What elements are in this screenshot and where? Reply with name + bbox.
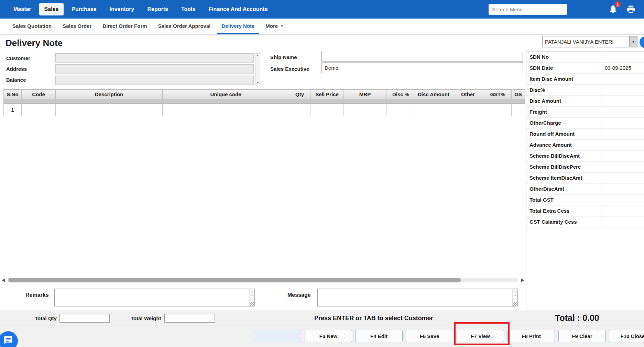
- summary-label: Total GST: [526, 194, 602, 205]
- menu-master[interactable]: Master: [8, 3, 36, 15]
- summary-label: Freight: [526, 107, 602, 117]
- app-window: Master Sales Purchase Inventory Reports …: [0, 0, 644, 347]
- search-input[interactable]: [489, 4, 567, 15]
- summary-value: [602, 216, 644, 227]
- tab-direct-order-form[interactable]: Direct Order Form: [98, 19, 152, 34]
- f6-save-button[interactable]: F6 Save: [406, 330, 453, 342]
- menu-finance-and-accounts[interactable]: Finance And Accounts: [203, 3, 273, 15]
- f3-new-button[interactable]: F3 New: [305, 330, 352, 342]
- bell-icon: [608, 9, 618, 15]
- customer-field[interactable]: [55, 53, 254, 63]
- summary-row: Disc Amount: [526, 96, 644, 107]
- summary-row: SDN No: [526, 52, 644, 63]
- tab-sales-order-approval[interactable]: Sales Order Approval: [153, 19, 216, 34]
- customer-fields-scrollbar[interactable]: ▲ ▼: [255, 53, 260, 85]
- f8-print-button[interactable]: F8 Print: [507, 330, 555, 342]
- horizontal-scrollbar[interactable]: [1, 277, 525, 283]
- cell-code[interactable]: [22, 104, 56, 116]
- total-qty-input[interactable]: [59, 314, 110, 323]
- scroll-down-icon[interactable]: ▼: [514, 293, 516, 297]
- scroll-up-icon[interactable]: ▲: [514, 290, 516, 293]
- address-field[interactable]: [55, 64, 254, 74]
- menu-sales[interactable]: Sales: [39, 3, 64, 15]
- cell-gst-pct[interactable]: [484, 104, 512, 116]
- remarks-scroll-rail: ▲ ▼: [249, 289, 254, 306]
- f4-edit-button[interactable]: F4 Edit: [355, 330, 403, 342]
- company-selector-value: PATANJALI VANIJYA ENTERI: [543, 36, 629, 47]
- cell-description[interactable]: [56, 104, 163, 116]
- menu-tools[interactable]: Tools: [176, 3, 200, 15]
- cell-disc-amount[interactable]: [415, 104, 452, 116]
- message-textarea[interactable]: [318, 289, 512, 306]
- company-selector[interactable]: PATANJALI VANIJYA ENTERI ▼: [542, 36, 637, 47]
- customer-select-hint: Press ENTER or TAB to select Customer: [314, 315, 433, 322]
- summary-row: Total Extra Cess: [526, 205, 644, 216]
- address-label: Address: [6, 66, 27, 72]
- chat-icon: [3, 335, 13, 346]
- tab-more[interactable]: More ▼: [261, 19, 288, 34]
- partial-circle-button[interactable]: [640, 36, 644, 48]
- f10-close-button[interactable]: F10 Close: [609, 330, 644, 342]
- col-unique-code: Unique code: [163, 90, 289, 99]
- f9-clear-button[interactable]: F9 Clear: [558, 330, 606, 342]
- scroll-up-icon[interactable]: ▲: [256, 54, 259, 57]
- tab-sales-quotation[interactable]: Sales Quotation: [8, 19, 56, 34]
- scrollbar-thumb[interactable]: [8, 278, 461, 282]
- cell-unique-code[interactable]: [163, 104, 289, 116]
- cell-other[interactable]: [452, 104, 484, 116]
- f7-view-button[interactable]: F7 View: [457, 330, 504, 342]
- summary-value: [602, 139, 644, 150]
- table-separator-band: [3, 99, 525, 104]
- cell-gst[interactable]: [512, 104, 525, 116]
- balance-field[interactable]: [55, 76, 254, 85]
- remarks-textarea[interactable]: [55, 289, 249, 306]
- sales-executive-label: Sales Executive: [270, 66, 309, 72]
- scroll-left-icon[interactable]: [2, 278, 5, 282]
- summary-row: Scheme BillDiscAmt: [526, 150, 644, 161]
- summary-label: Scheme BillDiscPerc: [526, 161, 602, 172]
- scroll-right-icon[interactable]: [521, 278, 524, 282]
- menu-reports[interactable]: Reports: [142, 3, 173, 15]
- tab-more-label: More: [265, 23, 278, 29]
- summary-row: Advance Amount: [526, 139, 644, 150]
- notifications-button[interactable]: 1: [608, 4, 619, 14]
- menu-purchase[interactable]: Purchase: [66, 3, 101, 15]
- summary-panel: SDN No SDN Date03-09-2025 Item Disc Amou…: [526, 51, 644, 227]
- cell-qty[interactable]: [289, 104, 310, 116]
- message-scroll-rail: ▲ ▼: [512, 289, 517, 306]
- summary-value: [602, 74, 644, 84]
- col-sno: S.No: [4, 90, 22, 99]
- action-button-empty[interactable]: [254, 330, 301, 342]
- cell-sno[interactable]: 1: [4, 104, 22, 116]
- items-table: S.No Code Description Unique code Qty Se…: [3, 89, 525, 116]
- summary-row: OtherDiscAmt: [526, 183, 644, 194]
- summary-label: Advance Amount: [526, 139, 602, 150]
- cell-disc-pct[interactable]: [386, 104, 415, 116]
- tab-delivery-note[interactable]: Delivery Note: [217, 19, 259, 34]
- resize-grip-icon[interactable]: [250, 302, 254, 306]
- ship-name-input[interactable]: [321, 51, 523, 61]
- total-weight-input[interactable]: [164, 314, 215, 323]
- printer-icon: [626, 9, 636, 15]
- grand-total: Total : 0.00: [555, 313, 599, 323]
- summary-value: [602, 150, 644, 161]
- summary-label: SDN Date: [526, 63, 602, 73]
- cell-mrp[interactable]: [344, 104, 386, 116]
- print-button[interactable]: [626, 4, 636, 14]
- menu-inventory[interactable]: Inventory: [104, 3, 139, 15]
- scroll-down-icon[interactable]: ▼: [256, 81, 259, 84]
- tab-sales-order[interactable]: Sales Order: [58, 19, 96, 34]
- col-mrp: MRP: [344, 90, 386, 99]
- col-disc-pct: Disc %: [386, 90, 415, 99]
- resize-grip-icon[interactable]: [513, 302, 517, 306]
- scroll-down-icon[interactable]: ▼: [251, 293, 253, 297]
- remarks-label: Remarks: [25, 292, 49, 298]
- summary-row: Disc%: [526, 85, 644, 96]
- chevron-down-icon: ▼: [280, 24, 283, 28]
- cell-sell-price[interactable]: [310, 104, 344, 116]
- summary-label: Round off Amount: [526, 128, 602, 139]
- chevron-down-icon[interactable]: ▼: [629, 36, 637, 47]
- sales-executive-input[interactable]: [321, 63, 523, 73]
- scroll-up-icon[interactable]: ▲: [251, 290, 253, 293]
- summary-row: Round off Amount: [526, 128, 644, 139]
